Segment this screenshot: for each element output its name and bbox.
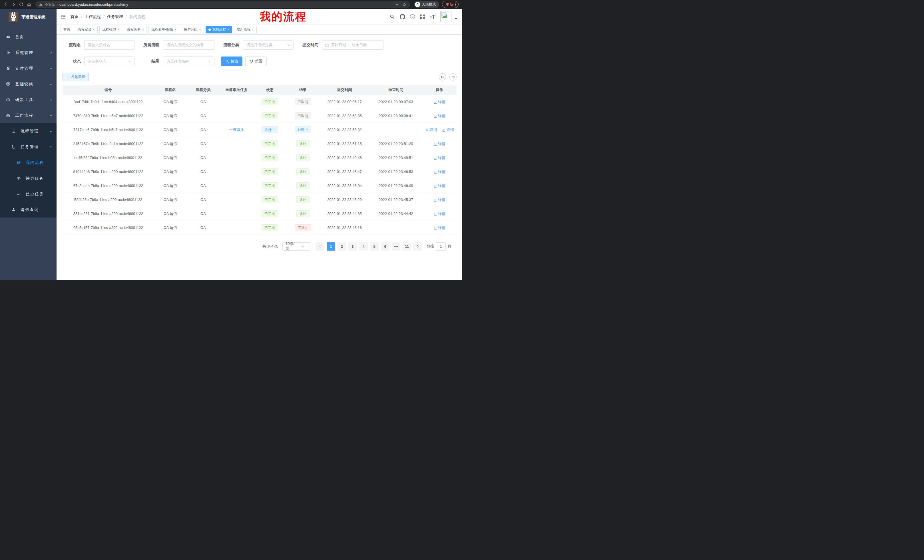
- security-label[interactable]: 不安全: [45, 2, 55, 7]
- detail-link[interactable]: 详情: [434, 155, 446, 160]
- page-button-1[interactable]: 1: [327, 242, 335, 251]
- close-icon[interactable]: ×: [252, 28, 254, 32]
- avatar[interactable]: [440, 11, 452, 22]
- detail-link[interactable]: 详情: [434, 169, 446, 174]
- search-icon[interactable]: [390, 14, 395, 19]
- sidebar-item-process-mgmt[interactable]: 流程管理: [0, 123, 57, 139]
- briefcase-icon: [6, 113, 10, 118]
- detail-link[interactable]: 详情: [434, 141, 446, 147]
- close-icon[interactable]: ×: [93, 28, 95, 32]
- browser-menu-icon[interactable]: [455, 3, 456, 6]
- tab-process-definition[interactable]: 流程定义×: [75, 26, 98, 33]
- sidebar-item-done-tasks[interactable]: 已办任务: [0, 186, 57, 202]
- home-icon[interactable]: [27, 2, 32, 7]
- sidebar-item-devtools[interactable]: 研发工具: [0, 92, 57, 108]
- search-button[interactable]: 搜索: [221, 57, 242, 66]
- close-icon[interactable]: ×: [199, 28, 201, 32]
- detail-link[interactable]: 详情: [434, 197, 446, 202]
- monitor-icon: [6, 82, 10, 86]
- eye-icon: [16, 176, 21, 180]
- status-select[interactable]: 请选择状态: [84, 57, 135, 66]
- result-badge: 通过: [296, 168, 309, 175]
- sidebar-item-my-process[interactable]: 我的流程: [0, 155, 57, 171]
- jump-page-input[interactable]: [436, 242, 446, 251]
- page-size-select[interactable]: 10条/页: [282, 242, 310, 251]
- address-bar[interactable]: 不安全 dashboard.yudao.iocoder.cn/bpm/task/…: [35, 1, 410, 8]
- page-button-4[interactable]: 4: [359, 242, 368, 251]
- detail-link[interactable]: 详情: [434, 99, 446, 105]
- sidebar-item-workflow[interactable]: 工作流程: [0, 108, 57, 123]
- sidebar-item-task-mgmt[interactable]: 任务管理: [0, 139, 57, 155]
- detail-link[interactable]: 详情: [434, 225, 446, 231]
- close-icon[interactable]: ×: [227, 28, 229, 32]
- fullscreen-icon[interactable]: [420, 14, 425, 19]
- github-icon[interactable]: [400, 14, 405, 19]
- forward-icon[interactable]: [11, 2, 16, 7]
- cancel-link[interactable]: 取消: [425, 127, 437, 132]
- page-button-11[interactable]: 11: [403, 242, 411, 251]
- page-button-5[interactable]: 5: [370, 242, 379, 251]
- next-page-button[interactable]: [414, 242, 422, 251]
- sidebar-item-payment[interactable]: 支付管理: [0, 60, 57, 76]
- breadcrumb-workflow[interactable]: 工作流程: [85, 14, 101, 19]
- sidebar-item-infra[interactable]: 基础设施: [0, 76, 57, 92]
- process-category-select[interactable]: 请选择流程分类: [243, 40, 294, 49]
- tab-process-model[interactable]: 流程模型×: [99, 26, 122, 33]
- tab-label: 发起流程: [237, 27, 250, 32]
- reload-icon[interactable]: [19, 2, 24, 7]
- tab-home[interactable]: 首页: [60, 26, 73, 33]
- cell-name: OA 请假: [154, 95, 187, 109]
- close-icon[interactable]: ×: [174, 28, 177, 32]
- toggle-search-button[interactable]: [439, 73, 446, 81]
- sidebar-item-todo-tasks[interactable]: 待办任务: [0, 171, 57, 186]
- tab-process-form-edit[interactable]: 流程表单-编辑×: [148, 26, 179, 33]
- sidebar-item-system[interactable]: 系统管理: [0, 45, 57, 60]
- breadcrumb-task-mgmt[interactable]: 任务管理: [107, 14, 123, 19]
- close-icon[interactable]: ×: [117, 28, 119, 32]
- bookmark-star-icon[interactable]: [402, 2, 406, 7]
- more-pages-button[interactable]: •••: [392, 242, 400, 251]
- sidebar-item-label: 研发工具: [15, 97, 49, 102]
- sidebar-item-home[interactable]: 首页: [0, 29, 57, 45]
- sidebar-item-leave-query[interactable]: 请假查询: [0, 202, 57, 217]
- tab-label: 流程表单-编辑: [152, 27, 173, 32]
- start-process-button[interactable]: 发起流程: [63, 73, 89, 81]
- detail-link[interactable]: 详情: [434, 183, 446, 189]
- navbar: 首页 / 工作流程 / 任务管理 / 我的流程 我的流程 ? TT: [57, 9, 462, 25]
- process-definition-input[interactable]: [163, 40, 214, 49]
- reset-button[interactable]: 重置: [245, 57, 267, 66]
- cell-name: OA 请假: [154, 151, 187, 165]
- breadcrumb-home[interactable]: 首页: [70, 14, 78, 19]
- app-logo[interactable]: 芋道管理系统: [0, 9, 57, 25]
- refresh-button[interactable]: [449, 73, 457, 81]
- status-badge: 已完成: [261, 112, 278, 119]
- cell-id: 67c2eaab-7b9a-11ec-a290-acde48001122: [63, 179, 154, 193]
- page-button-6[interactable]: 6: [381, 242, 390, 251]
- tab-my-process[interactable]: 我的流程×: [206, 26, 232, 33]
- start-process-label: 发起流程: [71, 75, 85, 79]
- key-icon[interactable]: [394, 2, 399, 7]
- tab-user-group[interactable]: 用户分组×: [181, 26, 204, 33]
- avatar-caret-icon[interactable]: [454, 18, 458, 20]
- font-size-icon[interactable]: TT: [430, 14, 435, 20]
- prev-page-button[interactable]: [316, 242, 324, 251]
- update-button[interactable]: 更新: [442, 1, 459, 8]
- current-task-link[interactable]: 一级审批: [229, 127, 244, 132]
- detail-link[interactable]: 详情: [434, 211, 446, 216]
- detail-link[interactable]: 详情: [434, 113, 446, 118]
- search-button-label: 搜索: [231, 59, 238, 64]
- tab-process-form[interactable]: 流程表单×: [124, 26, 147, 33]
- detail-link[interactable]: 详情: [442, 127, 454, 132]
- cell-submit-time: 2022-01-22 23:46:04: [320, 179, 369, 193]
- page-button-3[interactable]: 3: [348, 242, 357, 251]
- result-select[interactable]: 请选择流结果: [163, 57, 214, 66]
- close-icon[interactable]: ×: [142, 28, 144, 32]
- hamburger-icon[interactable]: [60, 14, 66, 19]
- help-icon[interactable]: ?: [410, 14, 415, 19]
- tab-start-process[interactable]: 发起流程×: [234, 26, 257, 33]
- page-button-2[interactable]: 2: [338, 242, 346, 251]
- url-text[interactable]: dashboard.yudao.iocoder.cn/bpm/task/my: [59, 2, 392, 7]
- back-icon[interactable]: [3, 2, 8, 7]
- submit-time-range-picker[interactable]: 开始日期 - 结束日期: [322, 40, 384, 49]
- process-name-input[interactable]: [84, 40, 135, 49]
